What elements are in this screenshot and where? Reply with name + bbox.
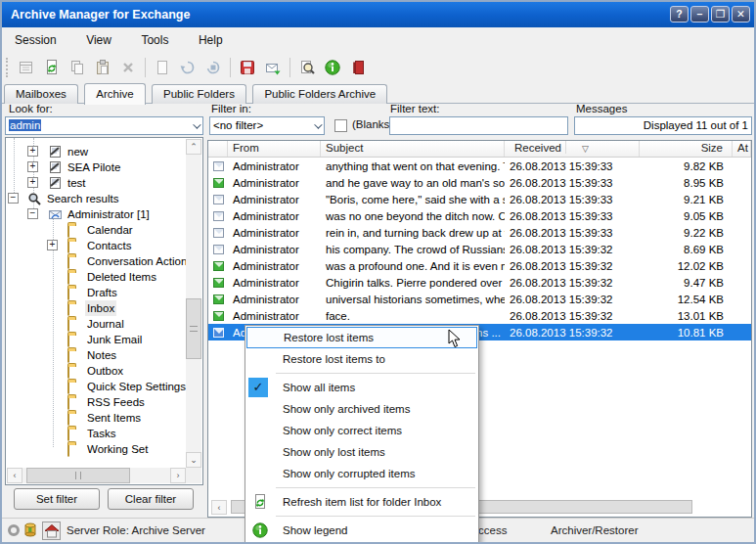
tree-item-notes[interactable]: Notes <box>6 347 185 363</box>
expand-icon[interactable]: + <box>27 177 38 188</box>
menu-refresh-item-list[interactable]: Refresh item list for folder Inbox <box>246 491 477 513</box>
home-icon[interactable] <box>42 521 61 540</box>
menu-show-only-lost-items[interactable]: Show only lost items <box>246 441 477 463</box>
column-header-size[interactable]: Size <box>640 141 733 157</box>
restore-stop-icon[interactable] <box>202 57 224 78</box>
column-header-subject[interactable]: Subject <box>321 141 505 157</box>
tab-public-folders[interactable]: Public Folders <box>152 84 246 104</box>
new-document-icon[interactable] <box>152 57 173 78</box>
send-mail-icon[interactable] <box>262 57 284 78</box>
chevron-down-icon[interactable] <box>193 120 200 128</box>
scroll-up-icon[interactable]: ⌃ <box>186 139 201 155</box>
tree-item-deleted-items[interactable]: Deleted Items <box>6 269 185 285</box>
menu-view[interactable]: View <box>73 27 124 53</box>
tree-item-test[interactable]: +test <box>6 175 185 191</box>
table-row[interactable]: Administratorhis company. The crowd of R… <box>208 241 751 257</box>
refresh-document-icon[interactable] <box>41 57 63 78</box>
table-row[interactable]: Administrator"Boris, come here," said sh… <box>208 191 751 207</box>
expand-icon[interactable]: + <box>27 161 38 172</box>
menu-show-only-correct-items[interactable]: Show only correct items <box>246 420 477 441</box>
scrollbar-thumb[interactable] <box>186 298 201 359</box>
collapse-icon[interactable]: − <box>8 193 19 204</box>
filter-text-input[interactable] <box>389 116 568 135</box>
maximize-button[interactable]: ❐ <box>711 6 730 23</box>
tree-item-conversation-action[interactable]: Conversation Action <box>6 253 185 269</box>
column-header-received[interactable]: Received▽ <box>505 141 640 157</box>
table-row[interactable]: Administratorwas a profound one. And it … <box>208 257 751 274</box>
menu-tools[interactable]: Tools <box>128 27 181 53</box>
folder-tree-panel: +new +SEA Pilote +test −Search results −… <box>5 137 203 485</box>
menu-restore-lost-items[interactable]: Restore lost items <box>246 327 477 348</box>
tree-item-contacts[interactable]: +Contacts <box>6 238 185 253</box>
scroll-right-icon[interactable]: › <box>170 468 186 483</box>
menu-show-all-items[interactable]: ✓Show all items <box>246 377 477 398</box>
expand-icon[interactable]: + <box>27 146 38 157</box>
cell-from: Administrator <box>228 160 321 172</box>
table-row[interactable]: Administratoruniversal historians someti… <box>208 291 751 307</box>
tab-archive[interactable]: Archive <box>84 83 145 105</box>
table-row[interactable]: Administratorface.26.08.2013 15:39:3213.… <box>208 307 751 324</box>
menu-restore-lost-items-to[interactable]: Restore lost items to <box>246 348 477 370</box>
tree-item-journal[interactable]: Journal <box>6 316 185 332</box>
scroll-left-icon[interactable]: ‹ <box>7 468 22 483</box>
table-row[interactable]: Administratoranything that went on that … <box>208 158 751 174</box>
blanks-label: (Blanks) <box>352 118 393 132</box>
title-bar[interactable]: Archive Manager for Exchange ? – ❐ ✕ <box>2 2 754 27</box>
restore-circular-icon[interactable] <box>177 57 199 78</box>
chevron-down-icon[interactable] <box>314 120 322 128</box>
properties-icon[interactable] <box>16 57 37 78</box>
tree-item-calendar[interactable]: Calendar <box>6 222 185 238</box>
column-header-attachment[interactable]: At <box>733 141 751 157</box>
menu-show-only-corrupted-items[interactable]: Show only corrupted items <box>246 463 477 484</box>
scroll-down-icon[interactable]: ⌄ <box>186 452 201 468</box>
tree-item-working-set[interactable]: Working Set <box>6 441 185 457</box>
collapse-icon[interactable]: − <box>27 208 38 219</box>
blanks-checkbox[interactable] <box>334 119 347 132</box>
filter-in-combobox[interactable]: <no filter> <box>209 116 325 135</box>
tree-item-rss-feeds[interactable]: RSS Feeds <box>6 394 185 410</box>
tree-item-administrator[interactable]: −Administrator [1] <box>6 206 185 222</box>
legend-icon[interactable] <box>322 57 343 78</box>
icon-column-header[interactable] <box>208 141 228 157</box>
tree-item-inbox[interactable]: Inbox <box>6 300 185 316</box>
tree-item-drafts[interactable]: Drafts <box>6 285 185 300</box>
table-row[interactable]: AdministratorChigirin talks. Pierre pond… <box>208 274 751 291</box>
table-row[interactable]: Administratorrein in, and turning back d… <box>208 224 751 241</box>
toolbar-grip[interactable] <box>6 58 10 77</box>
menu-show-only-archived-items[interactable]: Show only archived items <box>246 398 477 420</box>
set-filter-button[interactable]: Set filter <box>14 488 100 510</box>
tree-item-junk-email[interactable]: Junk Email <box>6 332 185 347</box>
save-icon[interactable] <box>237 57 258 78</box>
tree-horizontal-scrollbar[interactable]: ‹ › <box>7 468 186 483</box>
tree-item-search-results[interactable]: −Search results <box>6 191 185 206</box>
copy-icon[interactable] <box>67 57 88 78</box>
tree-item-outbox[interactable]: Outbox <box>6 363 185 379</box>
tab-public-folders-archive[interactable]: Public Folders Archive <box>252 84 387 104</box>
table-row[interactable]: Administratorand he gave way to an old m… <box>208 174 751 191</box>
tree-vertical-scrollbar[interactable]: ⌃ ⌄ <box>186 139 201 468</box>
tree-item-sea-pilote[interactable]: +SEA Pilote <box>6 159 185 175</box>
minimize-button[interactable]: – <box>690 6 709 23</box>
menu-help[interactable]: Help <box>186 27 236 53</box>
column-header-from[interactable]: From <box>228 141 321 157</box>
tree-item-sent-items[interactable]: Sent Items <box>6 410 185 426</box>
delete-icon[interactable] <box>117 57 139 78</box>
look-for-combobox[interactable]: admin <box>5 116 203 135</box>
search-icon[interactable] <box>296 57 318 78</box>
scrollbar-thumb[interactable] <box>26 468 130 483</box>
tab-mailboxes[interactable]: Mailboxes <box>4 84 78 104</box>
clear-filter-button[interactable]: Clear filter <box>108 488 194 510</box>
tree-item-new[interactable]: +new <box>6 144 185 159</box>
menu-session[interactable]: Session <box>2 27 69 53</box>
tree-item-quick-step-settings[interactable]: Quick Step Settings <box>6 379 185 394</box>
scroll-left-icon[interactable]: ‹ <box>211 500 227 515</box>
close-button[interactable]: ✕ <box>732 6 750 23</box>
messages-count: Displayed 11 out of 1 <box>644 119 748 131</box>
menu-show-legend[interactable]: Show legend <box>246 520 477 541</box>
paste-icon[interactable] <box>92 57 113 78</box>
exit-icon[interactable] <box>347 57 369 78</box>
tree-item-tasks[interactable]: Tasks <box>6 426 185 441</box>
table-row[interactable]: Administratorwas no one beyond the ditch… <box>208 207 751 224</box>
help-button[interactable]: ? <box>670 6 689 23</box>
expand-icon[interactable]: + <box>47 240 58 250</box>
